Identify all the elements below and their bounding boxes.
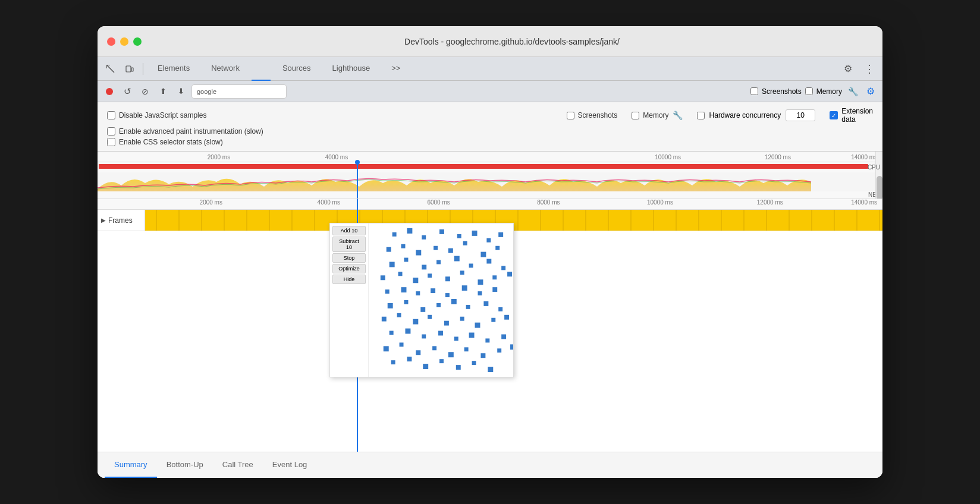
tab-elements[interactable]: Elements (148, 57, 199, 81)
tab-call-tree[interactable]: Call Tree (213, 452, 263, 478)
svg-rect-149 (456, 365, 461, 370)
svg-rect-119 (382, 317, 387, 322)
svg-rect-125 (475, 323, 480, 328)
hardware-concurrency-checkbox[interactable] (697, 112, 705, 119)
bottom-tabs: Summary Bottom-Up Call Tree Event Log (98, 452, 882, 478)
frames-label: ▶ Frames (98, 210, 145, 231)
svg-rect-139 (432, 346, 436, 350)
svg-rect-88 (422, 264, 426, 269)
svg-rect-126 (491, 318, 495, 322)
timeline-scrollbar[interactable] (875, 152, 882, 199)
svg-rect-110 (492, 287, 497, 292)
screenshots-top-checkbox[interactable] (567, 112, 574, 119)
svg-rect-74 (457, 234, 461, 238)
svg-rect-72 (422, 235, 426, 240)
close-button[interactable] (107, 37, 115, 46)
svg-rect-144 (510, 344, 513, 349)
svg-rect-123 (444, 321, 449, 326)
cpu-wave (98, 172, 882, 191)
svg-rect-97 (428, 273, 432, 278)
minimize-button[interactable] (120, 37, 128, 46)
svg-rect-143 (497, 348, 501, 352)
scatter-canvas (369, 223, 513, 377)
main-time-4000: 4000 ms (318, 199, 340, 206)
maximize-button[interactable] (133, 37, 142, 46)
svg-rect-96 (413, 278, 418, 283)
record-button[interactable] (102, 84, 117, 99)
cpu-label: CPU (868, 164, 880, 171)
nav-separator-1 (143, 63, 143, 75)
tab-event-log[interactable]: Event Log (263, 452, 317, 478)
tab-network[interactable]: Network (202, 57, 249, 81)
svg-rect-138 (416, 350, 420, 355)
timeline-container: 2000 ms 4000 ms 10000 ms 12000 ms 14000 … (98, 152, 882, 452)
svg-rect-95 (398, 272, 403, 276)
svg-rect-99 (460, 270, 464, 275)
extension-data-checkbox[interactable]: ✓ (830, 111, 838, 119)
svg-rect-140 (448, 352, 454, 357)
device-toggle-icon[interactable] (121, 61, 138, 77)
memory-top-checkbox[interactable] (632, 112, 639, 119)
svg-rect-107 (445, 293, 450, 297)
svg-rect-114 (436, 303, 441, 307)
devtools-window: DevTools - googlechrome.github.io/devtoo… (98, 26, 882, 478)
enable-paint-option[interactable]: Enable advanced paint instrumentation (s… (107, 127, 873, 136)
download-button[interactable]: ⬇ (174, 84, 188, 99)
svg-rect-81 (434, 246, 438, 250)
tab-lighthouse[interactable]: Lighthouse (323, 57, 380, 81)
main-time-ruler: 2000 ms 4000 ms 6000 ms 8000 ms 10000 ms… (98, 199, 882, 210)
upload-button[interactable]: ⬆ (156, 84, 170, 99)
frames-content (145, 210, 882, 231)
frames-text: Frames (108, 216, 133, 225)
hardware-concurrency-input[interactable] (786, 109, 815, 121)
enable-paint-checkbox[interactable] (107, 127, 115, 136)
traffic-lights (107, 37, 142, 46)
timeline-overview[interactable]: 2000 ms 4000 ms 10000 ms 12000 ms 14000 … (98, 152, 882, 199)
svg-rect-100 (478, 279, 483, 285)
hardware-concurrency-group: Hardware concurrency (697, 109, 816, 121)
tab-performance[interactable]: Performance (252, 57, 271, 81)
scrollbar-thumb[interactable] (877, 176, 882, 200)
enable-css-checkbox[interactable] (107, 138, 115, 146)
disable-js-samples-option[interactable]: Disable JavaScript samples (107, 111, 206, 119)
tab-sources[interactable]: Sources (273, 57, 321, 81)
stop-button[interactable]: Stop (332, 253, 366, 263)
window-title: DevTools - googlechrome.github.io/devtoo… (151, 37, 873, 46)
memory-tool-icon[interactable]: 🔧 (846, 84, 860, 99)
select-element-icon[interactable] (102, 61, 119, 77)
enable-css-option[interactable]: Enable CSS selector stats (slow) (107, 138, 873, 146)
disable-js-samples-checkbox[interactable] (107, 111, 115, 119)
tab-summary[interactable]: Summary (105, 452, 157, 478)
reload-button[interactable]: ↺ (120, 84, 134, 99)
top-nav: Elements Network Performance Sources Lig… (98, 57, 882, 81)
optimize-button[interactable]: Optimize (332, 264, 366, 273)
main-time-12000: 12000 ms (757, 199, 783, 206)
hardware-concurrency-label: Hardware concurrency (709, 111, 781, 119)
svg-rect-79 (401, 244, 406, 248)
screenshots-checkbox[interactable] (750, 87, 758, 95)
svg-rect-118 (498, 307, 502, 311)
extension-data-label: Extensiondata (841, 107, 873, 124)
svg-rect-137 (400, 342, 404, 346)
svg-rect-4 (131, 68, 133, 71)
svg-rect-82 (448, 248, 453, 253)
memory-checkbox[interactable] (805, 87, 813, 95)
overview-cursor-line (357, 162, 358, 199)
settings-icon[interactable]: ⚙ (840, 61, 856, 77)
menu-icon[interactable]: ⋮ (861, 61, 878, 77)
tab-more[interactable]: >> (382, 57, 410, 81)
main-time-2000: 2000 ms (200, 199, 222, 206)
performance-settings-icon[interactable]: ⚙ (863, 84, 878, 99)
subtract-10-button[interactable]: Subtract 10 (332, 237, 366, 252)
svg-rect-116 (466, 305, 470, 309)
nav-right: ⚙ ⋮ (840, 61, 878, 77)
svg-rect-83 (463, 241, 467, 245)
svg-rect-104 (401, 287, 407, 292)
svg-rect-131 (438, 331, 443, 336)
clear-button[interactable]: ⊘ (138, 84, 152, 99)
add-10-button[interactable]: Add 10 (332, 226, 366, 235)
svg-rect-127 (504, 315, 509, 320)
tab-bottom-up[interactable]: Bottom-Up (157, 452, 213, 478)
hide-button[interactable]: Hide (332, 275, 366, 284)
memory-label: Memory (816, 87, 842, 96)
